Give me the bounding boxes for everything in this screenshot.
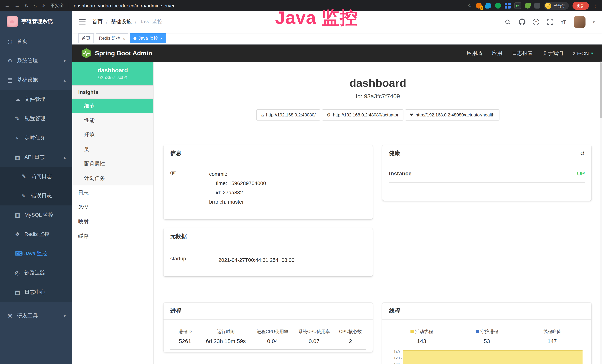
extension-icon-4[interactable] [505, 3, 511, 9]
infrastructure-icon: ▤ [7, 77, 17, 84]
tag-redis-monitor[interactable]: Redis 监控 × [96, 33, 129, 43]
ytick: 100 [389, 361, 402, 364]
menu-item-caches[interactable]: 缓存 [72, 229, 153, 243]
extension-icon-1[interactable]: 1 [476, 3, 482, 9]
actuator-url-button[interactable]: ⚙ http://192.168.0.2:48080/actuator [322, 109, 403, 120]
breadcrumb-infrastructure[interactable]: 基础设施 [111, 19, 132, 25]
search-icon[interactable] [505, 19, 511, 25]
user-avatar[interactable] [574, 16, 585, 28]
content-pane: 首页 / 基础设施 / Java 监控 ? [72, 11, 602, 364]
menu-item-details[interactable]: 细节 [72, 99, 153, 113]
sidebar-item-scheduled-jobs[interactable]: ◔ 定时任务 [0, 128, 72, 148]
sba-nav-applications[interactable]: 应用 [492, 50, 502, 57]
update-button[interactable]: 更新 [572, 2, 589, 10]
card-title: 元数据 [170, 233, 187, 240]
menu-item-jvm[interactable]: JVM [72, 200, 153, 214]
menu-item-config-props[interactable]: 配置属性 [72, 157, 153, 171]
github-icon[interactable] [519, 19, 525, 25]
edit-icon: ✎ [15, 115, 24, 122]
sidebar-item-access-log[interactable]: ✎ 访问日志 [0, 167, 72, 186]
metadata-key: startup [170, 256, 218, 265]
health-url-button[interactable]: ❤ http://192.168.0.2:48080/actuator/heal… [405, 109, 499, 120]
back-icon[interactable]: ← [4, 3, 10, 9]
extension-icon-7[interactable] [534, 3, 540, 9]
browser-menu-icon[interactable]: ⋮ [592, 3, 598, 9]
menu-item-scheduled-tasks[interactable]: 计划任务 [72, 171, 153, 185]
sidebar-item-config-manage[interactable]: ✎ 配置管理 [0, 109, 72, 128]
sidebar-item-label: 首页 [17, 38, 27, 45]
app-title: 芋道管理系统 [22, 18, 53, 25]
help-icon[interactable]: ? [533, 19, 539, 25]
menu-item-logs[interactable]: 日志 [72, 185, 153, 200]
hamburger-icon[interactable] [72, 19, 92, 24]
menu-item-classes[interactable]: 类 [72, 142, 153, 157]
legend-daemon-threads: 守护进程 [454, 329, 519, 335]
sidebar-item-log-center[interactable]: ▤ 日志中心 [0, 283, 72, 302]
scrollbar-thumb[interactable] [600, 62, 602, 118]
actuator-url: http://192.168.0.2:48080/actuator [333, 112, 399, 118]
sidebar-item-java-monitor[interactable]: ⌨ Java 监控 [0, 244, 72, 263]
security-label[interactable]: 不安全 [50, 2, 64, 9]
sidebar-item-api-log[interactable]: ▦ API 日志 ▴ [0, 148, 72, 167]
instance-header[interactable]: dashboard 93a3fc7f7409 [72, 62, 153, 85]
sidebar-item-mysql-monitor[interactable]: ▥ MySQL 监控 [0, 205, 72, 225]
close-icon[interactable]: × [160, 36, 163, 41]
extension-icon-2[interactable] [485, 3, 491, 9]
menu-item-environment[interactable]: 环境 [72, 128, 153, 142]
spring-boot-logo-icon [81, 48, 91, 59]
sba-nav-about[interactable]: 关于我们 [542, 50, 563, 57]
logo-avatar [7, 16, 18, 27]
history-icon[interactable]: ↺ [580, 150, 585, 157]
sidebar-item-system[interactable]: ⚙ 系统管理 ▾ [0, 51, 72, 70]
daemon-threads-value: 53 [454, 338, 519, 344]
extension-icon-6[interactable] [525, 3, 531, 9]
extension-icon-3[interactable] [495, 3, 501, 9]
scrollbar[interactable] [600, 62, 602, 364]
sidebar-item-infrastructure[interactable]: ▤ 基础设施 ▴ [0, 70, 72, 90]
security-warning-icon[interactable]: ⚠ [42, 3, 46, 8]
address-bar[interactable]: dashboard.yudao.iocoder.cn/infra/admin-s… [74, 3, 174, 8]
sba-nav-wallboard[interactable]: 应用墙 [467, 50, 483, 57]
tag-label: Java 监控 [139, 35, 158, 42]
fullscreen-icon[interactable] [547, 19, 553, 25]
sba-nav-journal[interactable]: 日志报表 [512, 50, 533, 57]
sidebar-item-label: 研发工具 [17, 313, 38, 319]
chevron-down-icon[interactable]: ▾ [593, 20, 595, 24]
peak-threads-value: 147 [519, 338, 585, 344]
sidebar-item-file-manage[interactable]: ☁ 文件管理 [0, 90, 72, 109]
process-card-body: 进程ID 运行时间 进程CPU使用率 系统CPU使用率 CPU核心数 5261 … [163, 320, 373, 350]
health-row-instance[interactable]: Instance UP [389, 170, 585, 183]
sidebar-item-error-log[interactable]: ✎ 错误日志 [0, 186, 72, 205]
font-size-icon[interactable]: тT [561, 19, 566, 25]
app-logo[interactable]: 芋道管理系统 [0, 11, 72, 32]
sidebar-item-trace[interactable]: ◎ 链路追踪 [0, 263, 72, 283]
browser-home-icon[interactable]: ⌂ [33, 3, 37, 9]
close-icon[interactable]: × [123, 36, 125, 41]
metadata-card-body: startup 2021-04-27T00:44:31.254+08:00 [163, 245, 373, 271]
profile-chip[interactable]: 已暂停 [544, 2, 569, 10]
legend-swatch-blue [475, 330, 479, 333]
forward-icon[interactable]: → [14, 3, 20, 9]
breadcrumb-home[interactable]: 首页 [92, 19, 103, 25]
sba-brand-title: Spring Boot Admin [95, 50, 152, 57]
instance-links: ⌂ http://192.168.0.2:48080/ ⚙ http://192… [153, 109, 602, 120]
sidebar-item-dev-tools[interactable]: ⚒ 研发工具 ▾ [0, 306, 72, 326]
sba-brand[interactable]: Spring Boot Admin [81, 48, 152, 59]
bookmark-star-icon[interactable]: ☆ [467, 3, 472, 9]
menu-item-performance[interactable]: 性能 [72, 113, 153, 128]
service-url-button[interactable]: ⌂ http://192.168.0.2:48080/ [256, 109, 320, 120]
refresh-icon[interactable]: ↻ [24, 3, 29, 9]
ytick: 140 [389, 349, 402, 355]
locale-select[interactable]: zh~CN ▾ [573, 50, 593, 56]
tag-home[interactable]: 首页 [78, 33, 94, 43]
tag-java-monitor[interactable]: Java 监控 × [130, 33, 166, 43]
sidebar-item-label: 文件管理 [24, 96, 45, 103]
git-id-line: id: 27aa832 [209, 188, 266, 197]
active-dot [134, 37, 137, 40]
sba-main: dashboard Id: 93a3fc7f7409 ⌂ http://192.… [153, 62, 602, 364]
chart-y-axis: 140 120 100 [389, 349, 403, 364]
menu-item-mappings[interactable]: 映射 [72, 214, 153, 229]
extension-icon-5[interactable]: on [514, 2, 521, 9]
sidebar-item-redis-monitor[interactable]: ❖ Redis 监控 [0, 225, 72, 244]
sidebar-item-home[interactable]: ◷ 首页 [0, 32, 72, 51]
